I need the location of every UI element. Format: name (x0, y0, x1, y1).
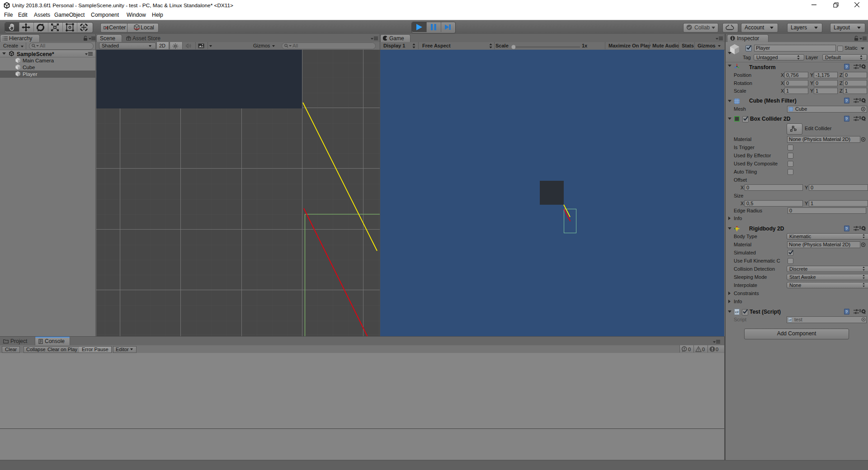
svg-text:?: ? (845, 99, 848, 103)
svg-text:?: ? (845, 226, 848, 231)
svg-text:c#: c# (789, 319, 792, 321)
svg-text:?: ? (845, 65, 848, 69)
svg-text:c#: c# (735, 310, 739, 314)
svg-text:?: ? (845, 117, 848, 121)
svg-text:?: ? (845, 310, 848, 314)
